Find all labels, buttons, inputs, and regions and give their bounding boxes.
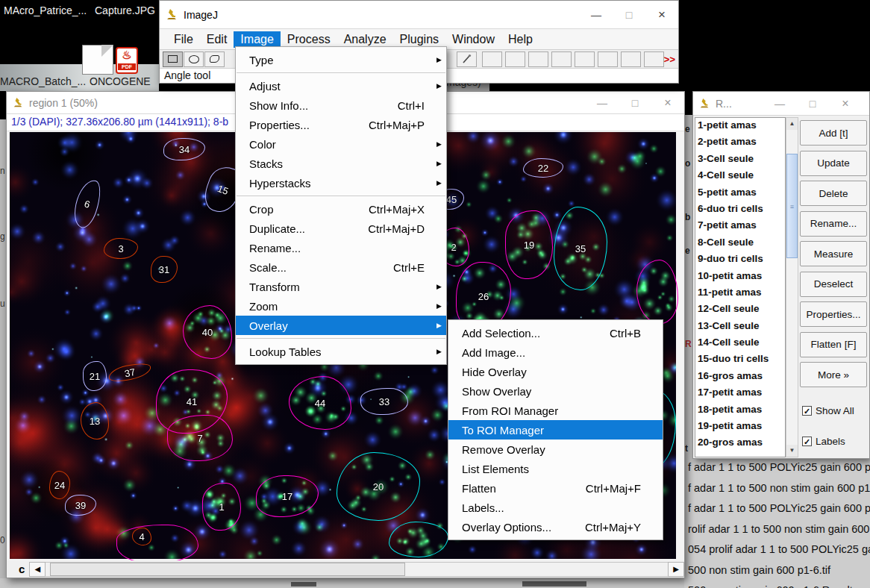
flatten-f-button[interactable]: Flatten [F] [800, 332, 867, 357]
menu-item-from-roi-manager[interactable]: From ROI Manager [448, 401, 663, 420]
delete-button[interactable]: Delete [800, 181, 867, 206]
maximize-icon[interactable]: □ [613, 9, 645, 21]
pdf-icon[interactable]: ♨ PDF [116, 47, 138, 74]
roi-list-item[interactable]: 5-petit amas [695, 185, 785, 201]
minimize-icon[interactable]: — [763, 98, 796, 110]
roi-list-item[interactable]: 12-Cell seule [695, 301, 785, 318]
empty-tool-button[interactable] [528, 51, 548, 67]
toolbar-overflow-icon[interactable]: >> [664, 54, 675, 65]
roi-list-item[interactable]: 10-petit amas [695, 269, 785, 285]
menu-item-remove-overlay[interactable]: Remove Overlay [448, 440, 663, 459]
menu-item-add-selection[interactable]: Add Selection...Ctrl+B [448, 323, 663, 343]
add-t-button[interactable]: Add [t] [800, 120, 867, 146]
oval-tool-button[interactable] [184, 51, 204, 67]
update-button[interactable]: Update [800, 151, 867, 176]
roi-list-item[interactable]: 15-duo tri cells [695, 351, 785, 368]
menu-help[interactable]: Help [501, 31, 539, 48]
document-icon[interactable] [82, 45, 113, 75]
show-all-checkbox[interactable]: ✓ Show All [802, 405, 854, 416]
roi-list-item[interactable]: 17-petit amas [695, 385, 785, 401]
roi-list-item[interactable]: 4-Cell seule [695, 168, 785, 184]
menu-edit[interactable]: Edit [200, 31, 234, 48]
menu-item-crop[interactable]: CropCtrl+Maj+X [236, 199, 446, 219]
roi-outline-33[interactable]: 33 [360, 388, 408, 415]
empty-tool-button[interactable] [551, 51, 572, 67]
empty-tool-button[interactable] [644, 51, 664, 67]
menu-item-overlay[interactable]: Overlay▶ [236, 316, 446, 335]
roi-list-item[interactable]: 8-Cell seule [695, 235, 785, 251]
imagej-titlebar[interactable]: ImageJ — □ × [160, 1, 678, 29]
wand-tool-button[interactable] [457, 51, 477, 67]
empty-tool-button[interactable] [482, 51, 502, 67]
menu-item-list-elements[interactable]: List Elements [448, 459, 663, 478]
minimize-icon[interactable]: — [580, 9, 613, 21]
roi-manager-titlebar[interactable]: R... — □ × [693, 92, 869, 116]
empty-tool-button[interactable] [621, 51, 641, 67]
labels-checkbox[interactable]: ✓ Labels [802, 436, 845, 447]
roi-outline-7[interactable]: 7 [167, 415, 233, 461]
menu-item-show-overlay[interactable]: Show Overlay [448, 381, 663, 401]
roi-list-item[interactable]: 11-petit amas [695, 285, 785, 301]
roi-list-item[interactable]: 16-gros amas [695, 369, 785, 385]
minimize-icon[interactable]: — [586, 97, 619, 109]
properties-button[interactable]: Properties... [800, 301, 867, 327]
menu-item-color[interactable]: Color▶ [236, 134, 446, 154]
menu-item-properties[interactable]: Properties...Ctrl+Maj+P [236, 115, 446, 134]
desktop-icon-label[interactable]: Capture.JPG [95, 4, 155, 16]
desktop-icon-label[interactable]: MAcro_Patrice_... [4, 4, 87, 16]
menu-item-hyperstacks[interactable]: Hyperstacks▶ [236, 173, 446, 193]
roi-list[interactable]: 1-petit amas2-petit amas3-Cell seule4-Ce… [695, 117, 786, 457]
menu-item-rename[interactable]: Rename... [236, 238, 446, 257]
roi-list-item[interactable]: 2-petit amas [695, 134, 785, 151]
close-icon[interactable]: × [645, 7, 678, 22]
roi-outline[interactable] [116, 525, 198, 563]
empty-tool-button[interactable] [575, 51, 595, 67]
scroll-left-icon[interactable]: ◀ [29, 562, 46, 577]
close-icon[interactable]: × [651, 96, 684, 110]
menu-item-transform[interactable]: Transform▶ [236, 277, 446, 296]
menu-item-zoom[interactable]: Zoom▶ [236, 296, 446, 316]
scroll-right-icon[interactable]: ▶ [668, 562, 684, 577]
maximize-icon[interactable]: □ [619, 97, 651, 109]
more-button[interactable]: More » [800, 362, 867, 387]
menu-item-to-roi-manager[interactable]: To ROI Manager [448, 420, 663, 440]
desktop-icon-label[interactable]: ONCOGENE [90, 75, 151, 87]
menu-process[interactable]: Process [281, 31, 337, 48]
menu-image[interactable]: Image [234, 31, 280, 48]
close-icon[interactable]: × [829, 97, 862, 110]
measure-button[interactable]: Measure [800, 241, 867, 266]
roi-outline-1[interactable]: 1 [202, 483, 241, 531]
roi-outline-13[interactable]: 13 [81, 402, 109, 440]
menu-item-flatten[interactable]: FlattenCtrl+Maj+F [448, 478, 663, 498]
maximize-icon[interactable]: □ [796, 98, 829, 110]
menu-analyze[interactable]: Analyze [337, 31, 393, 48]
menu-item-lookup-tables[interactable]: Lookup Tables▶ [236, 342, 446, 361]
menu-item-adjust[interactable]: Adjust▶ [236, 76, 446, 96]
roi-list-item[interactable]: 14-Cell seule [695, 335, 785, 351]
roi-list-item[interactable]: 3-Cell seule [695, 151, 785, 168]
rename-button[interactable]: Rename... [800, 211, 867, 237]
roi-list-item[interactable]: 19-petit amas [695, 419, 785, 435]
channel-scrollbar-thumb[interactable] [50, 563, 405, 576]
menu-plugins[interactable]: Plugins [393, 31, 445, 48]
roi-list-item[interactable]: 7-petit amas [695, 218, 785, 234]
roi-scrollbar-thumb[interactable]: ≡ [786, 154, 798, 258]
menu-window[interactable]: Window [445, 31, 501, 48]
roi-list-item[interactable]: 1-petit amas [695, 118, 785, 134]
roi-list-item[interactable]: 9-duo tri cells [695, 251, 785, 268]
menu-item-labels[interactable]: Labels... [448, 498, 663, 517]
scroll-up-icon[interactable]: ▲ [786, 118, 798, 130]
roi-list-scrollbar[interactable]: ▲ ≡ ▼ [786, 117, 798, 457]
roi-list-item[interactable]: 18-petit amas [695, 402, 785, 419]
roi-outline-21[interactable]: 21 [83, 361, 107, 391]
menu-item-duplicate[interactable]: Duplicate...Ctrl+Maj+D [236, 219, 446, 238]
menu-item-hide-overlay[interactable]: Hide Overlay [448, 362, 663, 381]
roi-list-item[interactable]: 6-duo tri cells [695, 201, 785, 218]
roi-list-item[interactable]: 20-gros amas [695, 435, 785, 451]
menu-item-overlay-options[interactable]: Overlay Options...Ctrl+Maj+Y [448, 517, 663, 537]
roi-list-item[interactable]: 13-Cell seule [695, 319, 785, 335]
scroll-down-icon[interactable]: ▼ [786, 445, 798, 457]
deselect-button[interactable]: Deselect [800, 272, 867, 297]
menu-item-add-image[interactable]: Add Image... [448, 343, 663, 362]
desktop-icon-label[interactable]: MACRO_Batch_... [0, 75, 86, 87]
